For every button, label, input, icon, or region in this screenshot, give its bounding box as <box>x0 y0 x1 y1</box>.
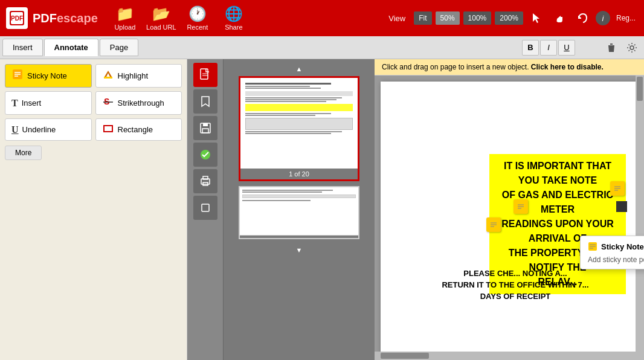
annotate-tools: Sticky Note Highlight T Insert S Striket… <box>0 59 187 146</box>
side-icon-square[interactable] <box>193 196 217 220</box>
topbar: PDF PDFescape 📁 Upload 📂 Load URL 🕐 Rece… <box>0 0 644 36</box>
highlight-tool[interactable]: Highlight <box>95 64 182 88</box>
side-icon-file[interactable] <box>193 63 217 87</box>
page-thumb-content-2 <box>240 187 358 236</box>
page-thumb-content-1 <box>240 78 358 169</box>
logo-escape: escape <box>57 11 98 25</box>
toolbar2: Insert Annotate Page B I U <box>0 36 644 59</box>
insert-tool[interactable]: T Insert <box>5 91 92 115</box>
app-logo: PDF PDFescape <box>6 7 98 29</box>
underline-label: Underline <box>22 125 56 134</box>
zoom-50[interactable]: 50% <box>436 11 460 25</box>
bottom-text-area: PLEASE CHE... NOTING A... RETURN IT TO T… <box>441 269 590 301</box>
load-url-btn[interactable]: 📂 Load URL <box>146 5 176 31</box>
rectangle-icon <box>102 123 114 137</box>
zoom-fit[interactable]: Fit <box>414 11 431 25</box>
marker-right-1 <box>616 201 627 212</box>
sticky-note-label: Sticky Note <box>27 71 67 80</box>
svg-text:S: S <box>104 97 109 106</box>
popup-body: Add sticky note pointers <box>588 256 644 264</box>
recent-btn[interactable]: 🕐 Recent <box>182 5 213 31</box>
logo-pdf: PDF <box>33 11 57 25</box>
italic-btn[interactable]: I <box>540 40 557 56</box>
page-thumb-1[interactable]: 1 of 20 <box>239 76 359 181</box>
upload-icon: 📁 <box>116 5 134 22</box>
upload-label: Upload <box>114 24 135 31</box>
side-icon-bookmark[interactable] <box>193 89 217 114</box>
svg-rect-11 <box>104 126 112 132</box>
notice-click-link[interactable]: Click here to disable. <box>531 63 604 71</box>
sticky-note-icon <box>11 68 24 83</box>
zoom-200[interactable]: 200% <box>495 11 523 25</box>
more-btn[interactable]: More <box>5 146 42 160</box>
underline-icon: U <box>11 124 19 135</box>
view-btn[interactable]: View <box>384 11 410 25</box>
page-thumb-2[interactable] <box>239 186 359 239</box>
underline-btn[interactable]: U <box>558 40 575 56</box>
tab-annotate[interactable]: Annotate <box>44 39 98 56</box>
strikethrough-tool[interactable]: S Strikethrough <box>95 91 182 115</box>
sticky-note-tool[interactable]: Sticky Note <box>5 64 92 88</box>
pdf-area: Click and drag on page to insert a new o… <box>375 59 644 360</box>
info-btn[interactable]: i <box>596 11 610 25</box>
settings-btn[interactable] <box>622 38 642 57</box>
sticky-note-marker-2[interactable] <box>486 217 501 232</box>
tab-insert[interactable]: Insert <box>2 39 43 56</box>
page-thumb-label-1: 1 of 20 <box>240 169 358 179</box>
page-thumb-label-2 <box>240 236 358 238</box>
notice-bar: Click and drag on page to insert a new o… <box>375 59 644 76</box>
side-icon-check[interactable] <box>193 143 217 167</box>
svg-point-3 <box>630 46 634 50</box>
svg-rect-22 <box>202 204 209 211</box>
sticky-note-marker-3[interactable] <box>610 181 625 196</box>
horizontal-scrollbar[interactable] <box>375 352 636 360</box>
scroll-thumb-h[interactable] <box>381 353 429 359</box>
bottom-text-3: DAYS OF RECEIPT <box>441 292 590 301</box>
main-area: Sticky Note Highlight T Insert S Striket… <box>0 59 644 360</box>
highlight-line-1: IT IS IMPORTANT THAT YOU TAKE NOTE <box>504 161 611 185</box>
highlight-icon <box>102 68 114 83</box>
hand-btn[interactable] <box>550 8 569 28</box>
scroll-up-arrow[interactable]: ▲ <box>296 64 303 76</box>
strikethrough-label: Strikethrough <box>118 98 164 108</box>
top-right-tools: View Fit 50% 100% 200% i Reg... <box>384 8 638 28</box>
share-btn[interactable]: 🌐 Share <box>219 5 249 31</box>
pdf-viewport[interactable]: IT IS IMPORTANT THAT YOU TAKE NOTE OF GA… <box>375 76 644 360</box>
svg-rect-16 <box>203 123 208 126</box>
sticky-note-popup: Sticky Note — Add sticky note pointers <box>580 236 644 269</box>
upload-btn[interactable]: 📁 Upload <box>110 5 140 31</box>
insert-icon: T <box>11 98 18 109</box>
pdf-page: IT IS IMPORTANT THAT YOU TAKE NOTE OF GA… <box>381 82 638 360</box>
left-panel: Sticky Note Highlight T Insert S Striket… <box>0 59 187 360</box>
strikethrough-icon: S <box>102 95 114 111</box>
tab-page[interactable]: Page <box>100 39 138 56</box>
cursor-btn[interactable] <box>527 8 546 28</box>
underline-tool[interactable]: U Underline <box>5 118 92 141</box>
zoom-100[interactable]: 100% <box>463 11 492 25</box>
rectangle-tool[interactable]: Rectangle <box>95 118 182 141</box>
bold-btn[interactable]: B <box>522 40 539 56</box>
rectangle-label: Rectangle <box>118 125 153 134</box>
logo-text: PDFescape <box>33 11 98 25</box>
sticky-note-marker-1[interactable] <box>514 199 528 214</box>
side-icon-print[interactable] <box>193 169 217 193</box>
load-url-label: Load URL <box>146 24 176 31</box>
pages-panel: ▲ 1 of 20 <box>224 59 375 360</box>
highlight-label: Highlight <box>118 71 149 80</box>
vertical-scrollbar[interactable] <box>636 76 644 360</box>
share-icon: 🌐 <box>225 5 243 22</box>
svg-rect-8 <box>104 77 112 79</box>
bottom-text-2: RETURN IT TO THE OFFICE WITHIN 7... <box>441 280 590 289</box>
insert-label: Insert <box>22 98 42 108</box>
side-icon-save[interactable] <box>193 116 217 140</box>
popup-header: Sticky Note — <box>588 241 644 252</box>
delete-btn[interactable] <box>602 38 621 57</box>
undo-btn[interactable] <box>573 8 592 28</box>
register-btn[interactable]: Reg... <box>614 11 638 25</box>
side-icon-panel <box>187 59 224 360</box>
share-label: Share <box>225 24 242 31</box>
notice-text: Click and drag on page to insert a new o… <box>382 63 529 71</box>
scroll-down-arrow[interactable]: ▼ <box>296 244 303 256</box>
svg-text:PDF: PDF <box>11 15 23 22</box>
scroll-thumb-v[interactable] <box>637 77 643 101</box>
